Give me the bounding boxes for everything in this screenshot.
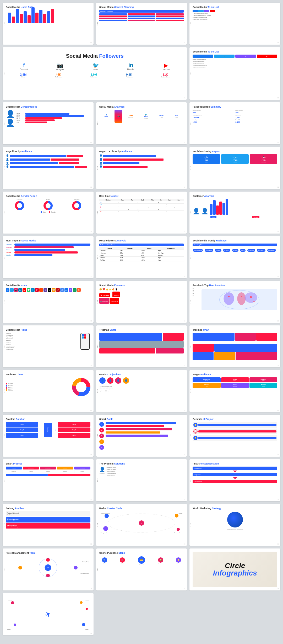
slide-todo-1: Social Media To do List ✓ Post scheduled…: [189, 3, 280, 45]
slide-icons: Social Media Icons f 🐦 📷 in ▶ 💬 ✈ P r t …: [3, 281, 94, 323]
slide-15-title: Most Popular Social Media: [6, 239, 90, 242]
slide-7-title: Social Media Analytics: [99, 105, 184, 108]
slide-smart-goals: Smart Goals S M A R T 28: [96, 415, 187, 457]
slide-project-team: Project Management Team PM Strategy Grou…: [3, 548, 94, 590]
hangouts-icon: H: [73, 288, 77, 292]
slide-treemap-2: Treemap Chart 23: [189, 325, 280, 367]
snapchat-icon: 👻: [52, 288, 56, 292]
slide-the-problem: The Problem Solutions 👤 Problem • Identi…: [96, 459, 187, 501]
slide-risks: Social Media Risks Symptoms • Privacy br…: [3, 325, 94, 367]
slide-34-title: Radial Cluster Circle: [99, 507, 184, 510]
slide-17-title: Social Media Trendy Hashtags: [193, 239, 277, 242]
svg-point-7: [253, 301, 255, 303]
twitter-icon: 🐦: [10, 288, 14, 292]
facebook-stat: f Facebook: [20, 62, 28, 70]
slide-goals: Goals & Objectives 👤 👤 👤 👤 • Increase br…: [96, 370, 187, 412]
slide-37-title: Online Purchase Steps: [99, 552, 184, 554]
slide-3-title: Social Media To do List: [193, 6, 277, 8]
slide-31-title: The Problem Solutions: [99, 462, 184, 465]
linkedin-stat: in LinkedIn: [127, 62, 134, 70]
twitter-stat-label: Followers: [90, 76, 97, 78]
twitter-stat: 🐦 Twitter: [92, 62, 99, 70]
slide-users-data: Social Media Users Data 01: [3, 3, 94, 45]
linkedin-label: LinkedIn: [127, 68, 134, 70]
slide-followers-analysis: Most followers Analysis Followers Data T…: [96, 236, 187, 278]
slide-hashtags: Social Media Trendy Hashtags Trending No…: [189, 236, 280, 278]
slide-problem-solution: Problem Solution Step 1 Step 2 Step 3 → …: [3, 415, 94, 457]
slide-best-time: Best time to post PlatformMonTueWedThuFr…: [96, 192, 187, 234]
slide-11-title: Social Marketing Report: [193, 150, 277, 153]
slide-10-title: Page CTA clicks by Audience: [99, 150, 184, 153]
youtube-stat-label: Subscribers: [161, 76, 170, 78]
pinterest2-icon: 📌: [56, 288, 60, 292]
slide-20-title: Facebook Top User Location: [193, 284, 277, 287]
youtube-count: 11K: [161, 73, 170, 76]
slide-network-diagram: ✈ Node A Timeline Stage 1 Stage 2 39: [3, 593, 94, 635]
slide-cta-clicks: Page CTA clicks by Audience 👤 👤 👤: [96, 147, 187, 189]
slide-16-title: Most followers Analysis: [99, 239, 184, 242]
whatsapp-icon: 💬: [27, 288, 30, 292]
slide-demographics: Social Media Demographics 👤 👤 18-24 25-3…: [3, 102, 94, 144]
svg-point-6: [250, 296, 252, 298]
youtube-stat: ▶ YouTube: [162, 62, 170, 70]
slide-22-title: Treemap Chart: [99, 329, 184, 331]
slide-23-title: Treemap Chart: [193, 329, 277, 331]
reddit-icon: r: [39, 288, 43, 292]
slide-elements: Social Media Elements 😀❤️👍 ⭐🔥📱 ▶ YouTube…: [96, 281, 187, 323]
slide-5-title: Social Media To do List: [193, 50, 277, 53]
instagram-count: 45K: [55, 73, 62, 76]
google-icon: G: [60, 288, 64, 292]
slide-35-title: World Marketing Strategy: [193, 507, 277, 510]
slide-24-title: Sunburst Chart: [6, 373, 90, 376]
slide-sunburst: Sunburst Chart A1 Value B1 Value C1 Valu…: [3, 370, 94, 412]
slide-12-title: Social Media Gender Report: [6, 195, 90, 197]
slide-popular-social: Most Popular Social Media Facebook Insta…: [3, 236, 94, 278]
youtube-icon: ▶: [23, 288, 26, 292]
linkedin-icon: in: [18, 288, 22, 292]
svg-point-4: [228, 296, 230, 297]
slide-27-title: Problem Solution: [6, 418, 90, 420]
slide-32-title: Pillars of Segmentation: [193, 462, 277, 465]
slide-gender-report: Social Media Gender Report Facebook Twit…: [3, 192, 94, 234]
slide-audience-likes: Page likes by Audience 👤 👤 👤: [3, 147, 94, 189]
slide-followers-main: Social Media Followers f Facebook 📷 Inst…: [3, 47, 187, 100]
slide-36-title: Project Management Team: [6, 552, 90, 554]
facebook-label: Facebook: [20, 68, 28, 70]
messenger-icon: m: [64, 288, 68, 292]
linkedin-stat-label: Followers: [126, 76, 133, 78]
instagram-label: Instagram: [56, 68, 64, 70]
facebook-stat-label: Likes: [20, 76, 26, 78]
youtube-label: YouTube: [162, 68, 170, 70]
twitch-icon: t: [43, 288, 47, 292]
slide-28-title: Smart Goals: [99, 418, 184, 420]
slide-world-strategy: World Marketing Strategy Global reach ac…: [189, 504, 280, 546]
slide-30-title: Smart Process: [6, 462, 90, 465]
slide-21-title: Social Media Risks: [6, 329, 90, 331]
slide-user-location: Facebook Top User Location US UK IN BR A…: [189, 281, 280, 323]
slide-fb-summary: Facebook page Summary Account on Page Pa…: [189, 102, 280, 144]
slide-2-title: Social Media Content Planning: [99, 6, 184, 8]
pinterest-icon: P: [35, 288, 39, 292]
svg-point-2: [237, 292, 246, 305]
slide-pillars: Pillars of Segmentation Demographic Geog…: [189, 459, 280, 501]
facebook-count: 2.8M: [20, 73, 26, 76]
instagram-stat: 📷 Instagram: [56, 62, 64, 70]
facebook-icon: f: [6, 288, 9, 292]
slide-purchase-steps: Online Purchase Steps 🔍 Search → 🛒 Cart …: [96, 548, 187, 590]
slide-13-title: Best time to post: [99, 195, 184, 197]
instagram-stat-label: Followers: [55, 76, 62, 78]
slide-radial-cluster: Radial Cluster Circle ● Customer Opinion…: [96, 504, 187, 546]
slide-customer-analysis: Customer Analysis 👤 👤 Male Female 14: [189, 192, 280, 234]
slide-1-title: Social Media Users Data: [6, 6, 90, 8]
twitter-count: 1.9M: [90, 73, 97, 76]
slide-solving: Solving Problem Problem Statement Identi…: [3, 504, 94, 546]
telegram-icon: ✈: [31, 288, 35, 292]
slide-smart-process: Smart Process Specific Clear goal Measur…: [3, 459, 94, 501]
slide-8-title: Facebook page Summary: [193, 105, 277, 108]
svg-point-5: [241, 296, 242, 297]
slide-treemap-1: Treemap Chart 22: [96, 325, 187, 367]
slide-circle-infographic: CircleInfographics 38: [189, 548, 280, 590]
slide-25-title: Goals & Objectives: [99, 373, 184, 376]
slides-grid: Social Media Users Data 01 Social Media …: [0, 0, 283, 638]
linkedin-count: 9.6K: [126, 73, 133, 76]
